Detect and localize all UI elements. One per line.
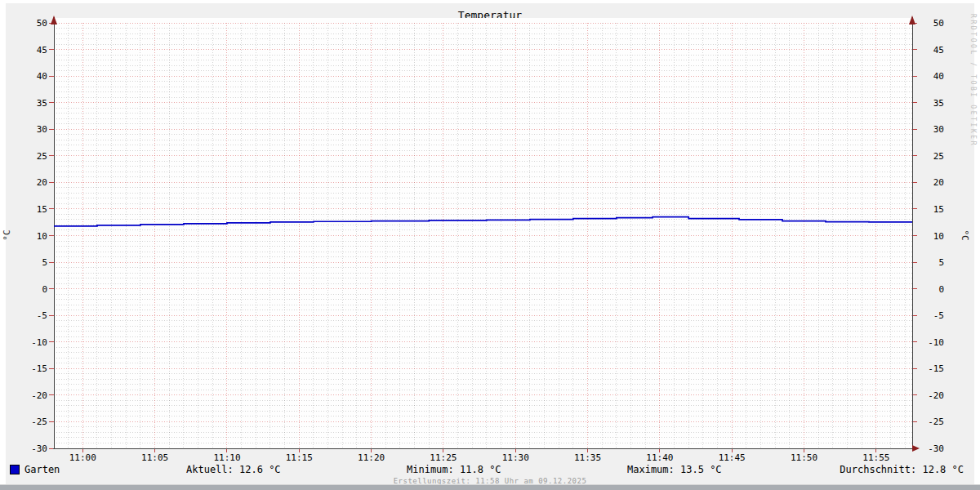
- y-unit-label-left: °C: [2, 229, 12, 240]
- y-tick-label-left: 5: [42, 257, 47, 268]
- y-tick-label-right: 0: [938, 284, 944, 295]
- y-tick-label-right: 20: [933, 177, 944, 188]
- x-tick-label: 11:35: [574, 452, 601, 463]
- plot-canvas: [54, 18, 912, 448]
- y-tick-label-left: 45: [37, 45, 47, 56]
- y-tick-label-left: -10: [31, 337, 47, 348]
- x-tick-label: 11:25: [430, 452, 457, 463]
- y-tick-label-right: -5: [933, 310, 944, 321]
- window-bottom-edge: [0, 484, 980, 490]
- y-tick-label-right: 15: [933, 204, 944, 215]
- y-tick-label-right: 50: [933, 18, 944, 29]
- y-unit-label-right: °C: [960, 229, 970, 240]
- legend-color-swatch-garten: [10, 465, 20, 474]
- x-tick-label: 11:45: [719, 452, 746, 463]
- y-tick-label-right: 35: [933, 98, 944, 109]
- y-tick-label-left: 25: [37, 151, 47, 162]
- x-tick-label: 11:15: [286, 452, 313, 463]
- y-tick-label-right: -15: [928, 363, 944, 374]
- y-tick-label-left: -20: [31, 390, 47, 401]
- y-tick-label-right: 45: [933, 45, 944, 56]
- y-tick-label-left: 50: [37, 18, 47, 29]
- y-tick-label-left: 35: [37, 98, 47, 109]
- rrdtool-graph: Temperatur 50504545404035353030252520201…: [0, 0, 980, 490]
- y-tick-label-left: -30: [31, 443, 47, 454]
- x-tick-label: 11:20: [358, 452, 385, 463]
- y-tick-label-left: -5: [37, 310, 47, 321]
- x-tick-label: 11:50: [791, 452, 817, 463]
- legend-label-garten: Garten: [24, 464, 60, 475]
- y-tick-label-right: 25: [933, 151, 944, 162]
- plot-area: 5050454540403535303025252020151510105500…: [0, 0, 980, 490]
- stat-aktuell: Aktuell: 12.6 °C: [186, 464, 281, 475]
- x-tick-label: 11:10: [213, 452, 240, 463]
- y-tick-label-left: 20: [37, 177, 47, 188]
- rrdtool-watermark: RRDTOOL / TOBI OETIKER: [969, 14, 977, 147]
- y-tick-label-left: 15: [37, 204, 47, 215]
- y-tick-label-right: -30: [928, 443, 944, 454]
- stat-maximum: Maximum: 13.5 °C: [627, 464, 722, 475]
- stat-minimum: Minimum: 11.8 °C: [407, 464, 501, 475]
- x-tick-label: 11:00: [69, 452, 96, 463]
- y-tick-label-right: 10: [933, 231, 944, 242]
- y-tick-label-right: 5: [938, 257, 944, 268]
- y-tick-label-left: 10: [37, 231, 47, 242]
- x-tick-label: 11:30: [502, 452, 529, 463]
- y-tick-label-right: 40: [933, 71, 944, 82]
- arrow-right-icon: [912, 445, 920, 452]
- y-tick-label-right: -10: [928, 337, 944, 348]
- y-tick-label-left: 40: [37, 71, 47, 82]
- x-tick-label: 11:05: [141, 452, 168, 463]
- x-tick-label: 11:55: [862, 452, 889, 463]
- y-tick-label-left: 0: [42, 284, 47, 295]
- y-tick-label-left: -25: [31, 416, 47, 427]
- y-tick-label-right: 30: [933, 124, 944, 135]
- y-tick-label-right: -20: [928, 390, 944, 401]
- y-tick-label-right: -25: [928, 416, 944, 427]
- y-tick-label-left: 30: [37, 124, 47, 135]
- y-tick-label-left: -15: [31, 363, 47, 374]
- stat-durchschnitt: Durchschnitt: 12.8 °C: [840, 464, 964, 475]
- x-tick-label: 11:40: [646, 452, 673, 463]
